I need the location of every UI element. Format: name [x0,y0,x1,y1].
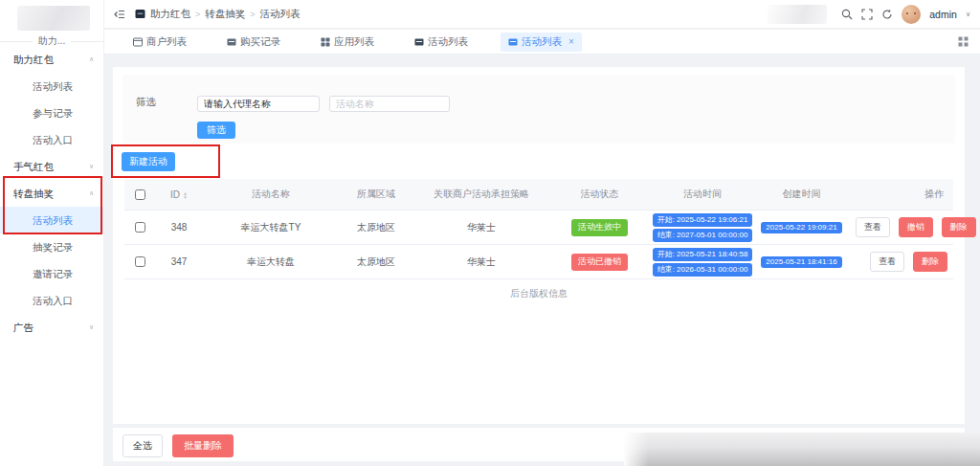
header-created-time: 创建时间 [755,179,848,211]
breadcrumb-item[interactable]: 转盘抽奖 [205,8,245,21]
purchase-records-icon [227,37,236,47]
activities-table: ID▲▼ 活动名称 所属区域 关联商户活动承担策略 活动状态 活动时间 创建时间… [124,179,953,279]
breadcrumb: 助力红包 > 转盘抽奖 > 活动列表 [150,8,301,21]
sidebar-item-label: 邀请记录 [33,268,73,279]
app-screen: 助力... 助力红包 ∧ 活动列表 参与记录 活动入口 手气红包 ∨ 转盘抽奖 … [0,0,980,466]
new-activity-button[interactable]: 新建活动 [122,152,175,171]
sidebar-group-label: 手气红包 [13,161,54,172]
sidebar-item-participation-records[interactable]: 参与记录 [0,100,103,126]
tab-purchase-records[interactable]: 购买记录 [219,33,288,52]
tab-options-grid-icon[interactable] [958,36,969,47]
header-activity-name: 活动名称 [203,179,339,211]
breadcrumb-item[interactable]: 活动列表 [260,8,301,21]
filter-label: 筛选 [136,96,156,109]
created-time-badge: 2025-05-21 18:41:16 [761,256,841,268]
search-icon[interactable] [841,9,853,20]
table-header-row: ID▲▼ 活动名称 所属区域 关联商户活动承担策略 活动状态 活动时间 创建时间… [124,179,953,211]
sidebar-group-label: 助力红包 [13,54,54,65]
sort-icon[interactable]: ▲▼ [183,191,188,199]
tabbar: 商户列表 购买记录 应用列表 活动列表 活动列表 × [104,30,980,55]
created-time-badge: 2025-05-22 19:09:21 [761,222,841,233]
sidebar-menu: 助力红包 ∧ 活动列表 参与记录 活动入口 手气红包 ∨ 转盘抽奖 ∧ 活动列表 [0,46,103,341]
breadcrumb-separator: > [195,10,200,19]
header-select-cell [124,179,155,211]
sidebar-group-label: 转盘抽奖 [13,188,54,199]
sidebar-item-label: 活动列表 [33,80,73,92]
agent-name-input[interactable] [197,96,320,112]
fullscreen-icon[interactable] [861,9,873,20]
sidebar-item-lottery-records[interactable]: 抽奖记录 [0,233,103,260]
redacted-bottom-right [624,433,980,466]
user-name[interactable]: admin [929,9,957,20]
breadcrumb-item[interactable]: 助力红包 [150,8,190,21]
sidebar-item-label: 活动入口 [33,295,73,306]
chevron-down-icon: ∨ [966,11,970,18]
sidebar-group-label: 广告 [13,322,33,333]
main-panel: 筛选 筛选 新建活动 ID▲▼ 活动名称 所属区域 关联商户活动承担策略 活动状… [113,67,965,424]
chevron-up-icon: ∧ [89,46,94,73]
sidebar-group-boost-redpacket[interactable]: 助力红包 ∧ [0,46,103,73]
avatar[interactable] [902,5,921,24]
app-list-icon [321,37,330,47]
tab-merchant-list[interactable]: 商户列表 [125,33,194,52]
sidebar-collapse-icon[interactable] [114,10,125,19]
header-id-label: ID [170,189,180,200]
cell-merchant: 华莱士 [413,245,549,279]
status-badge: 活动生效中 [571,219,628,236]
activity-name-input[interactable] [329,96,450,112]
filter-panel: 筛选 筛选 [122,75,955,144]
topbar: 助力红包 > 转盘抽奖 > 活动列表 admin ∨ [104,0,980,29]
close-icon[interactable]: × [568,36,574,47]
tab-activity-list[interactable]: 活动列表 [407,33,476,52]
sidebar-item-label: 参与记录 [33,107,73,119]
sidebar-group-lucky-redpacket[interactable]: 手气红包 ∨ [0,153,103,180]
table-row: 348 幸运大转盘TY 太原地区 华莱士 活动生效中 开始: 2025-05-2… [124,211,953,245]
select-all-button[interactable]: 全选 [122,434,163,457]
filter-submit-button[interactable]: 筛选 [197,122,235,139]
view-button[interactable]: 查看 [856,217,890,237]
sidebar-group-wheel-lottery[interactable]: 转盘抽奖 ∧ [0,180,103,207]
revoke-button[interactable]: 撤销 [899,217,933,237]
cell-id: 348 [155,211,203,245]
tab-label: 活动列表 [428,35,468,49]
delete-button[interactable]: 删除 [942,217,976,237]
breadcrumb-app-icon [135,9,145,19]
sidebar-item-invite-records[interactable]: 邀请记录 [0,260,103,287]
bulk-delete-button[interactable]: 批量删除 [172,434,234,457]
refresh-icon[interactable] [881,9,893,20]
sidebar-item-activity-entry-2[interactable]: 活动入口 [0,287,103,314]
header-merchant-strategy: 关联商户活动承担策略 [413,179,549,211]
chevron-down-icon: ∨ [89,153,94,180]
sidebar-item-label: 活动入口 [33,134,73,145]
sidebar-group-ads[interactable]: 广告 ∨ [0,314,103,341]
row-checkbox[interactable] [135,256,145,267]
header-status: 活动状态 [549,179,650,211]
time-end-badge: 结束: 2027-05-01 00:00:00 [653,229,753,242]
cell-activity-name: 幸运大转盘TY [203,211,339,245]
header-id[interactable]: ID▲▼ [155,179,203,211]
delete-button[interactable]: 删除 [913,252,947,272]
chevron-down-icon: ∨ [89,314,94,341]
header-region: 所属区域 [339,179,413,211]
time-end-badge: 结束: 2026-05-31 00:00:00 [653,263,753,277]
sidebar-item-label: 活动列表 [33,214,73,226]
header-actions: 操作 [848,179,953,211]
header-activity-time: 活动时间 [650,179,755,211]
select-all-checkbox[interactable] [135,189,145,200]
chevron-up-icon: ∧ [89,180,94,207]
tab-app-list[interactable]: 应用列表 [313,33,382,52]
sidebar-item-label: 抽奖记录 [33,241,73,253]
sidebar-item-activity-entry-1[interactable]: 活动入口 [0,126,103,153]
cell-activity-name: 幸运大转盘 [203,245,339,279]
tab-label: 应用列表 [334,35,374,49]
cell-region: 太原地区 [339,211,413,245]
row-checkbox[interactable] [135,222,145,233]
sidebar: 助力... 助力红包 ∧ 活动列表 参与记录 活动入口 手气红包 ∨ 转盘抽奖 … [0,0,104,466]
table-row: 347 幸运大转盘 太原地区 华莱士 活动已撤销 开始: 2025-05-21 … [124,245,953,279]
sidebar-item-activity-list-1[interactable]: 活动列表 [0,73,103,100]
view-button[interactable]: 查看 [870,252,904,272]
sidebar-item-activity-list-active[interactable]: 活动列表 [0,207,103,233]
tab-activity-list-active[interactable]: 活动列表 × [501,33,582,52]
activity-list-icon [508,37,518,47]
tab-label: 活动列表 [522,35,562,49]
